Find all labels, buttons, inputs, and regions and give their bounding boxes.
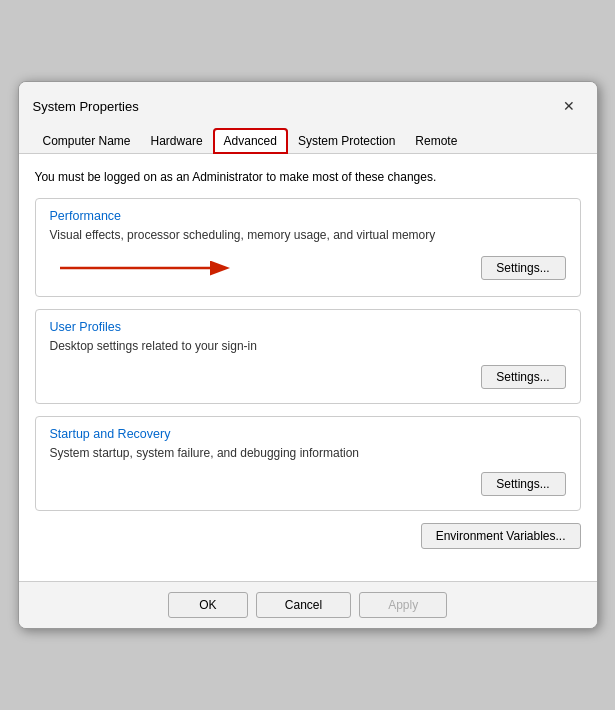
tab-content: You must be logged on as an Administrato… <box>19 154 597 581</box>
user-profiles-footer: Settings... <box>50 365 566 389</box>
tab-system-protection[interactable]: System Protection <box>288 128 405 153</box>
user-profiles-section: User Profiles Desktop settings related t… <box>35 309 581 404</box>
arrow-container <box>50 254 481 282</box>
tab-hardware[interactable]: Hardware <box>141 128 213 153</box>
startup-recovery-settings-button[interactable]: Settings... <box>481 472 566 496</box>
cancel-button[interactable]: Cancel <box>256 592 351 618</box>
close-button[interactable]: ✕ <box>555 92 583 120</box>
env-variables-row: Environment Variables... <box>35 523 581 549</box>
startup-recovery-title: Startup and Recovery <box>50 427 566 441</box>
startup-recovery-section: Startup and Recovery System startup, sys… <box>35 416 581 511</box>
tab-computer-name[interactable]: Computer Name <box>33 128 141 153</box>
user-profiles-title: User Profiles <box>50 320 566 334</box>
system-properties-dialog: System Properties ✕ Computer Name Hardwa… <box>18 81 598 629</box>
performance-footer: Settings... <box>50 254 566 282</box>
startup-recovery-desc: System startup, system failure, and debu… <box>50 446 566 460</box>
ok-button[interactable]: OK <box>168 592 248 618</box>
environment-variables-button[interactable]: Environment Variables... <box>421 523 581 549</box>
tab-remote[interactable]: Remote <box>405 128 467 153</box>
user-profiles-desc: Desktop settings related to your sign-in <box>50 339 566 353</box>
title-bar: System Properties ✕ <box>19 82 597 120</box>
arrow-icon <box>50 254 250 282</box>
apply-button[interactable]: Apply <box>359 592 447 618</box>
dialog-footer: OK Cancel Apply <box>19 581 597 628</box>
user-profiles-settings-button[interactable]: Settings... <box>481 365 566 389</box>
performance-settings-button[interactable]: Settings... <box>481 256 566 280</box>
admin-notice: You must be logged on as an Administrato… <box>35 170 581 184</box>
performance-title: Performance <box>50 209 566 223</box>
performance-section: Performance Visual effects, processor sc… <box>35 198 581 297</box>
dialog-title: System Properties <box>33 99 139 114</box>
performance-desc: Visual effects, processor scheduling, me… <box>50 228 566 242</box>
startup-recovery-footer: Settings... <box>50 472 566 496</box>
tab-bar: Computer Name Hardware Advanced System P… <box>19 120 597 154</box>
tab-advanced[interactable]: Advanced <box>213 128 288 154</box>
